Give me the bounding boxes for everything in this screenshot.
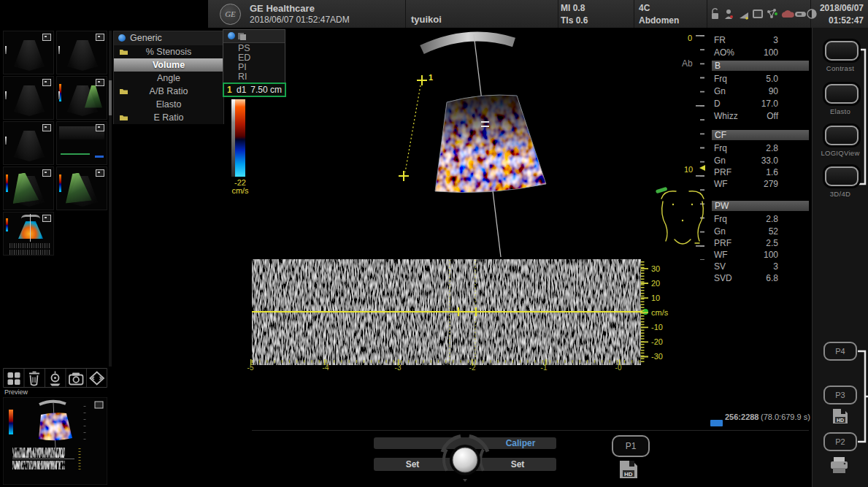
- imaging-parameters-panel: FR3 AO%100 B Frq5.0 Gn90 D17.0 WhizzOff …: [712, 32, 810, 288]
- param-row: Frq2.8: [714, 214, 778, 225]
- p4-button[interactable]: P4: [823, 342, 857, 361]
- p2-button[interactable]: P2: [823, 432, 857, 451]
- hardkey-panel: Contrast Elasto LOGIQView 3D/4D P4 P3 HD…: [812, 28, 868, 487]
- menu-item-label: A/B Ratio: [150, 86, 188, 96]
- ge-logo: GE: [220, 4, 241, 25]
- trace-line: [61, 153, 90, 155]
- param-row: PRF1.6: [714, 167, 778, 178]
- param-section-b: B: [712, 61, 809, 71]
- mini-spectrum-strip: [12, 461, 65, 469]
- layout-grid-icon[interactable]: [8, 372, 20, 385]
- pages-icon: [237, 32, 247, 41]
- cine-time-range: (78.0:679.9 s): [761, 413, 810, 421]
- pw-spectrum[interactable]: [250, 257, 672, 374]
- 3d4d-key[interactable]: [825, 166, 859, 186]
- cine-scrubber-track[interactable]: [252, 430, 809, 431]
- measurement-menu: Generic % Stenosis Volume Angle A/B Rati…: [113, 31, 224, 124]
- menu-item-ab-ratio[interactable]: A/B Ratio: [114, 85, 223, 98]
- param-row: D17.0: [714, 99, 778, 110]
- clipboard-thumbnail[interactable]: [3, 76, 54, 120]
- logiqview-key[interactable]: [825, 126, 859, 145]
- clipboard-thumbnail[interactable]: [56, 31, 107, 74]
- clipboard-thumbnail[interactable]: [3, 121, 54, 165]
- p3-button[interactable]: P3: [823, 386, 857, 404]
- contrast-key[interactable]: [825, 41, 859, 61]
- mini-spectrum: [9, 250, 50, 255]
- camera-icon[interactable]: [69, 373, 83, 385]
- elasto-key[interactable]: [825, 84, 859, 104]
- clipboard-thumbnail[interactable]: [56, 121, 107, 165]
- param-row: WF100: [714, 250, 778, 261]
- cine-scrubber-thumb[interactable]: [710, 420, 723, 426]
- preset-name: Abdomen: [639, 15, 679, 26]
- set-left-softkey[interactable]: Set: [387, 459, 438, 469]
- image-annotation: Ab: [682, 58, 693, 69]
- delete-icon[interactable]: [29, 372, 39, 386]
- clipboard-thumbnail[interactable]: [3, 31, 54, 74]
- clipboard-thumbnail[interactable]: [56, 76, 107, 120]
- status-icon-tray: [710, 5, 817, 23]
- caliper-marker-2[interactable]: [399, 171, 409, 181]
- marker: [95, 156, 104, 158]
- thumbnail-type-icon: [42, 79, 51, 86]
- divider: [707, 0, 707, 28]
- thumb-colorbar: [6, 175, 8, 192]
- patient-name[interactable]: tyuikoi: [411, 14, 442, 25]
- webcam-icon[interactable]: [50, 372, 61, 386]
- thumb-colorbar: [6, 218, 8, 231]
- param-row: FR3: [714, 35, 778, 46]
- transducer-near-field: [422, 37, 514, 50]
- caliper-softkey[interactable]: Caliper: [491, 438, 550, 448]
- mini-spectrum: [9, 243, 50, 248]
- folder-icon: [119, 114, 128, 121]
- thumbnail-type-icon: [96, 124, 104, 131]
- save-hd-icon[interactable]: HD: [617, 458, 640, 481]
- clipboard-thumbnail[interactable]: [3, 212, 54, 256]
- ultrasound-screen: GE GE Healthcare 2018/06/07 01:52:47ADM …: [0, 0, 868, 487]
- menu-item-volume[interactable]: Volume: [114, 58, 223, 72]
- param-row: WF279: [714, 179, 778, 190]
- body-marker[interactable]: [654, 183, 713, 245]
- menu-item-label: Volume: [153, 60, 185, 70]
- thumbnail-type-icon: [42, 215, 51, 222]
- doppler-overlay: [18, 221, 43, 239]
- p1-button[interactable]: P1: [612, 435, 650, 457]
- orientation-mark: [58, 46, 60, 54]
- spectrum-x-label: -4: [317, 364, 334, 372]
- menu-item-angle[interactable]: Angle: [114, 72, 223, 85]
- preview-pane[interactable]: [3, 397, 107, 485]
- menu-item-elasto[interactable]: Elasto: [114, 98, 223, 111]
- cursor-line: [30, 214, 31, 242]
- signal-icon: [740, 12, 748, 20]
- clipboard-thumbnail[interactable]: [56, 166, 107, 210]
- trackball-widget[interactable]: [433, 426, 499, 487]
- spectrum-y-label: -30: [651, 352, 663, 361]
- spectrum-y-label: 30: [651, 264, 660, 273]
- brand-name: GE Healthcare: [250, 3, 315, 14]
- mini-colorbar: [9, 410, 13, 434]
- orientation-mark: [5, 137, 7, 145]
- orientation-mark: [5, 91, 7, 99]
- param-row: AO%100: [714, 47, 778, 58]
- focus-marker[interactable]: [699, 165, 705, 171]
- elasto-key-label: Elasto: [813, 107, 868, 115]
- thumbnail-type-icon: [42, 169, 51, 177]
- submenu-item-ri[interactable]: RI: [238, 72, 247, 82]
- probe-name[interactable]: 4C: [639, 3, 650, 13]
- top-status-bar: GE GE Healthcare 2018/06/07 01:52:47ADM …: [208, 0, 868, 28]
- clipboard-scrollbar-thumb[interactable]: [109, 80, 112, 115]
- set-right-softkey[interactable]: Set: [492, 459, 543, 469]
- clipboard-thumbnail[interactable]: [3, 166, 54, 210]
- menu-item-e-ratio[interactable]: E Ratio: [114, 111, 223, 124]
- thumbnail-type-icon: [95, 402, 103, 408]
- menu-header-label: Generic: [130, 31, 162, 45]
- param-section-pw: PW: [712, 201, 809, 211]
- menu-item-stenosis[interactable]: % Stenosis: [114, 45, 223, 58]
- caliper-marker-1[interactable]: [417, 75, 427, 85]
- b-mode-image[interactable]: 1: [248, 29, 715, 261]
- printer-icon: [829, 454, 852, 476]
- folder-dot-icon: [118, 34, 126, 42]
- spectrum-y-label: -20: [651, 337, 663, 346]
- measurement-menu-header[interactable]: Generic: [114, 31, 223, 46]
- transfer-icon[interactable]: [90, 372, 104, 385]
